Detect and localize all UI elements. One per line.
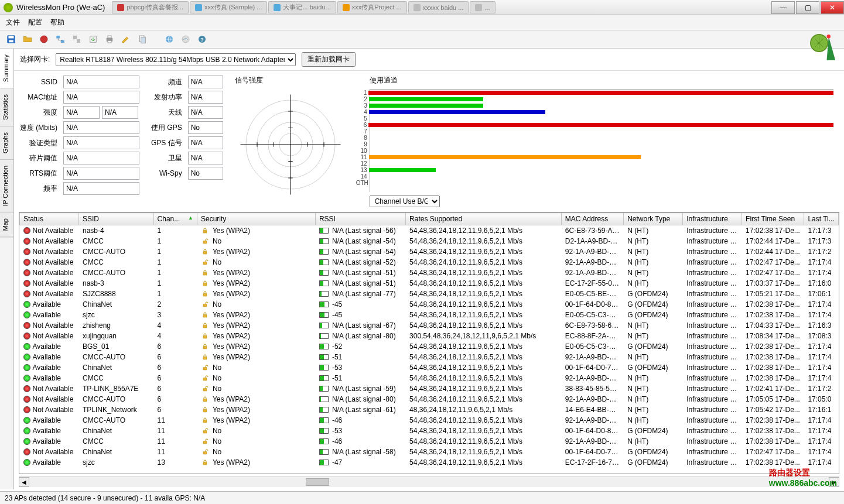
strength-a-input[interactable] [63, 106, 100, 119]
table-row[interactable]: Not AvailableCMCC-AUTO1Yes (WPA2)N/A (La… [20, 268, 839, 278]
table-row[interactable]: Not AvailableCMCC1NoN/A (Last signal -52… [20, 257, 839, 268]
table-row[interactable]: Not AvailableChinaNet11NoN/A (Last signa… [20, 447, 839, 457]
field-input[interactable] [188, 121, 223, 134]
table-row[interactable]: Not AvailableTP-LINK_855A7E6NoN/A (Last … [20, 383, 839, 394]
table-row[interactable]: Not AvailableCMCC-AUTO1Yes (WPA2)N/A (La… [20, 246, 839, 257]
field-input[interactable] [188, 136, 223, 149]
browser-tab[interactable]: ... [470, 1, 495, 13]
help-icon[interactable]: ? [196, 33, 209, 46]
side-tab-graphs[interactable]: Graphs [0, 126, 13, 160]
edit-icon[interactable] [119, 33, 132, 46]
menu-item[interactable]: 帮助 [50, 18, 64, 28]
table-row[interactable]: Not Availablezhisheng4Yes (WPA2)N/A (Las… [20, 320, 839, 331]
field-input[interactable] [188, 152, 223, 164]
strength-b-input[interactable] [102, 106, 138, 119]
field-input[interactable] [188, 106, 223, 119]
table-row[interactable]: AvailableBGS_016Yes (WPA2)-5254,48,36,24… [20, 341, 839, 352]
browser-tab[interactable]: xxxxx baidu ... [408, 1, 469, 13]
channel-number: 5 [356, 115, 369, 122]
browser-tab[interactable]: xxx传真Project ... [337, 1, 407, 13]
field-input[interactable] [188, 76, 223, 88]
side-tab-ip-connection[interactable]: IP Connection [0, 160, 13, 212]
column-header[interactable]: Security [197, 213, 315, 225]
horizontal-scrollbar[interactable]: ◄ ► [19, 476, 839, 487]
field-input[interactable] [188, 167, 223, 180]
svg-rect-39 [203, 283, 207, 286]
field-input[interactable] [63, 152, 139, 164]
column-header[interactable]: Last Ti... [804, 213, 839, 225]
column-header[interactable]: Chan...▲ [153, 213, 197, 225]
table-row[interactable]: Not AvailableCMCC1NoN/A (Last signal -54… [20, 236, 839, 246]
channel-number: 10 [356, 148, 369, 154]
menu-item[interactable]: 文件 [6, 18, 20, 28]
save-icon[interactable] [5, 33, 18, 46]
table-row[interactable]: AvailableChinaNet11No-5354,48,36,24,18,1… [20, 426, 839, 436]
table-row[interactable]: AvailableCMCC-AUTO11Yes (WPA2)-4654,48,3… [20, 415, 839, 426]
column-header[interactable]: Network Type [624, 213, 683, 225]
scroll-thumb[interactable] [306, 478, 329, 486]
table-row[interactable]: Not AvailableTPLINK_Network6Yes (WPA2)N/… [20, 404, 839, 415]
column-header[interactable]: Status [20, 213, 79, 225]
browser-tab[interactable]: phpcgi传真套餐报... [112, 1, 189, 13]
table-row[interactable]: Not Availablexujingquan4Yes (WPA2)N/A (L… [20, 331, 839, 341]
channel-mode-select[interactable]: Channel Use B/G/N [370, 196, 440, 207]
table-row[interactable]: Not Availablenasb-31Yes (WPA2)N/A (Last … [20, 278, 839, 289]
field-input[interactable] [63, 167, 139, 180]
side-tab-map[interactable]: Map [0, 212, 13, 237]
copy-icon[interactable] [136, 33, 149, 46]
side-tab-statistics[interactable]: Statistics [0, 88, 13, 126]
field-input[interactable] [188, 91, 223, 104]
column-header[interactable]: Rates Supported [406, 213, 562, 225]
security-text: No [213, 300, 221, 308]
side-tab-summary[interactable]: Summary [0, 49, 13, 88]
print-icon[interactable] [103, 33, 116, 46]
column-header[interactable]: RSSI [315, 213, 405, 225]
infra-cell: Infrastructure mo... [683, 404, 742, 415]
table-row[interactable]: AvailableCMCC6No-5154,48,36,24,18,12,11,… [20, 373, 839, 383]
table-row[interactable]: Availablesjzc3Yes (WPA2)-4554,48,36,24,1… [20, 310, 839, 320]
menu-item[interactable]: 配置 [28, 18, 42, 28]
channel-bar-row: 7 [356, 128, 833, 135]
table-row[interactable]: AvailableCMCC11No-4654,48,36,24,18,12,11… [20, 436, 839, 447]
globe-icon[interactable] [163, 33, 176, 46]
table-row[interactable]: AvailableCMCC-AUTO6Yes (WPA2)-5154,48,36… [20, 352, 839, 362]
maximize-button[interactable]: ▢ [796, 1, 819, 14]
field-input[interactable] [63, 76, 139, 88]
wifi-icon[interactable] [179, 33, 192, 46]
close-button[interactable]: ✕ [821, 1, 844, 14]
record-icon[interactable] [37, 33, 50, 46]
column-header[interactable]: Infrastructure [683, 213, 742, 225]
table-row[interactable]: AvailableChinaNet6No-5354,48,36,24,18,12… [20, 362, 839, 373]
first-seen-cell: 17:02:38 17-De... [742, 436, 804, 447]
table-row[interactable]: AvailableChinaNet2No-4554,48,36,24,18,12… [20, 299, 839, 310]
ssid-cell: nasb-3 [78, 278, 153, 289]
svg-rect-46 [203, 357, 207, 360]
infra-cell: Infrastructure mo... [683, 268, 742, 278]
field-input[interactable] [63, 182, 139, 195]
table-row[interactable]: Not AvailableSJZC88881Yes (WPA2)N/A (Las… [20, 289, 839, 299]
minimize-button[interactable]: — [771, 1, 795, 14]
svg-rect-34 [203, 231, 207, 234]
folder-open-icon[interactable] [21, 33, 34, 46]
network-icon[interactable] [54, 33, 67, 46]
ap-table-wrap[interactable]: StatusSSIDChan...▲SecurityRSSIRates Supp… [19, 212, 839, 474]
column-header[interactable]: MAC Address [561, 213, 623, 225]
export-icon[interactable] [87, 33, 100, 46]
table-row[interactable]: Not Availablenasb-41Yes (WPA2)N/A (Last … [20, 225, 839, 236]
column-header[interactable]: First Time Seen [742, 213, 804, 225]
field-input[interactable] [63, 136, 139, 149]
config-icon[interactable] [70, 33, 83, 46]
browser-tab[interactable]: 大事记... baidu... [268, 1, 336, 13]
reload-adapter-button[interactable]: 重新加载网卡 [302, 52, 356, 67]
field-input[interactable] [63, 121, 139, 134]
rssi-bar-icon [319, 428, 329, 434]
security-text: No [213, 258, 221, 266]
column-header[interactable]: SSID [78, 213, 153, 225]
browser-tab[interactable]: xxx传真 (Sample) ... [190, 1, 267, 13]
table-row[interactable]: Not AvailableCMCC-AUTO6Yes (WPA2)N/A (La… [20, 394, 839, 404]
field-input[interactable] [63, 91, 139, 104]
table-row[interactable]: Availablesjzc13Yes (WPA2)-4754,48,36,24,… [20, 457, 839, 468]
scroll-left-icon[interactable]: ◄ [19, 477, 29, 487]
field-label: GPS 信号 [151, 136, 184, 149]
adapter-select[interactable]: Realtek RTL8187 Wireless 802.11b/g 54Mbp… [56, 53, 296, 66]
